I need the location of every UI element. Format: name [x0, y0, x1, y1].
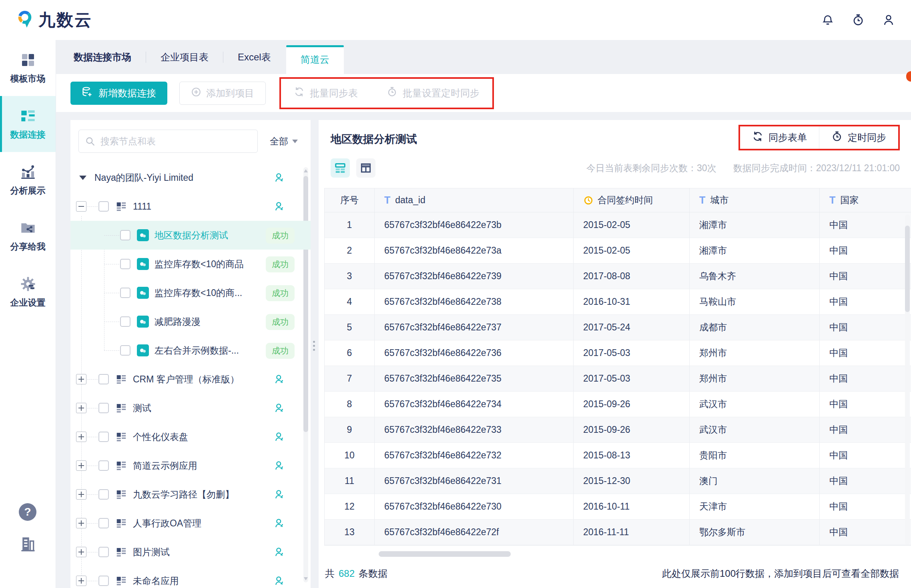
node-checkbox[interactable] — [98, 374, 109, 384]
horizontal-scrollbar-thumb[interactable] — [379, 551, 511, 557]
app-icon — [115, 373, 127, 385]
caret-down-icon[interactable] — [79, 176, 86, 180]
content-area: 全部 Naya的团队-Yiyi Limited — [56, 112, 911, 588]
tab-jiandaoyun[interactable]: 简道云 — [286, 45, 344, 74]
form-view-toggle[interactable] — [331, 158, 350, 178]
expand-plus-icon[interactable] — [76, 460, 86, 471]
expand-plus-icon[interactable] — [76, 489, 86, 500]
permission-key-icon[interactable] — [274, 201, 285, 212]
cell-index: 5 — [325, 315, 375, 340]
sidebar-label: 分析展示 — [10, 185, 46, 197]
permission-key-icon[interactable] — [274, 460, 285, 471]
tab-enterprise-project-table[interactable]: 企业项目表 — [157, 51, 212, 64]
add-to-project-button[interactable]: 添加到项目 — [179, 82, 266, 105]
scheduled-sync-button[interactable]: 定时同步 — [819, 126, 898, 149]
expand-plus-icon[interactable] — [76, 576, 86, 586]
tree-node-app[interactable]: 测试 — [70, 394, 311, 422]
tree-node-app[interactable]: 未命名应用 — [70, 566, 311, 588]
batch-sync-table-button[interactable]: 批量同步表 — [294, 86, 358, 100]
cell-country: 中国 — [820, 468, 911, 494]
table-view-toggle[interactable] — [356, 158, 375, 178]
organization-button[interactable] — [0, 535, 55, 554]
node-checkbox[interactable] — [98, 489, 109, 500]
node-checkbox[interactable] — [120, 259, 130, 269]
preview-limit-note: 此处仅展示前100行数据，添加到项目后可查看全部数据 — [662, 567, 899, 580]
tab-excel-table[interactable]: Excel表 — [235, 51, 274, 64]
table-row: 12 65767c3f32bf46e86422e730 2016-10-11 天… — [325, 494, 911, 520]
help-button[interactable]: ? — [0, 503, 55, 521]
permission-key-icon[interactable] — [274, 374, 285, 385]
app-icon — [115, 460, 127, 472]
permission-key-icon[interactable] — [274, 172, 285, 183]
tree-node-team[interactable]: Naya的团队-Yiyi Limited — [70, 163, 311, 192]
cell-country: 中国 — [820, 315, 911, 340]
brand-logo[interactable]: 九数云 — [16, 9, 92, 31]
node-checkbox[interactable] — [98, 460, 109, 471]
tree-node-app[interactable]: 人事行政OA管理 — [70, 509, 311, 538]
column-header-country[interactable]: T国家 — [820, 188, 911, 212]
node-checkbox[interactable] — [120, 345, 130, 356]
sidebar-item-enterprise-settings[interactable]: 企业设置 — [0, 264, 56, 320]
cell-city: 澳门 — [690, 468, 820, 494]
node-checkbox[interactable] — [120, 288, 130, 298]
tree-node-form[interactable]: 监控库存数<10的商品 成功 — [70, 250, 311, 278]
permission-key-icon[interactable] — [274, 431, 285, 442]
table-row: 5 65767c3f32bf46e86422e737 2017-05-24 成都… — [325, 315, 911, 340]
permission-key-icon[interactable] — [274, 546, 285, 558]
tree-node-form[interactable]: 左右合并示例数据-... 成功 — [70, 336, 311, 365]
table-row: 4 65767c3f32bf46e86422e738 2016-10-31 马鞍… — [325, 289, 911, 315]
collapse-minus-icon[interactable] — [76, 201, 86, 212]
column-header-city[interactable]: T城市 — [690, 188, 820, 212]
sync-form-button[interactable]: 同步表单 — [740, 126, 819, 149]
tree-node-form[interactable]: 减肥路漫漫 成功 — [70, 307, 311, 336]
new-data-connection-button[interactable]: 新增数据连接 — [70, 82, 167, 105]
column-header-data-id[interactable]: Tdata_id — [375, 188, 574, 212]
tree-node-app[interactable]: CRM 客户管理（标准版） — [70, 365, 311, 394]
column-header-contract-date[interactable]: 合同签约时间 — [574, 188, 690, 212]
node-checkbox[interactable] — [98, 432, 109, 442]
node-checkbox[interactable] — [98, 547, 109, 557]
sync-history-timer-icon[interactable] — [852, 14, 865, 26]
expand-plus-icon[interactable] — [76, 518, 86, 528]
expand-plus-icon[interactable] — [76, 432, 86, 442]
cell-index: 2 — [325, 238, 375, 263]
permission-key-icon[interactable] — [274, 489, 285, 500]
node-checkbox[interactable] — [98, 576, 109, 586]
permission-key-icon[interactable] — [274, 575, 285, 586]
search-input[interactable] — [78, 130, 258, 153]
cell-data-id: 65767c3f32bf46e86422e736 — [375, 340, 574, 366]
node-checkbox[interactable] — [98, 518, 109, 528]
node-checkbox[interactable] — [98, 201, 109, 212]
node-checkbox[interactable] — [98, 403, 109, 413]
tab-data-connection-market[interactable]: 数据连接市场 — [70, 51, 134, 64]
cell-country: 中国 — [820, 212, 911, 238]
vertical-scrollbar-thumb[interactable] — [905, 226, 910, 312]
tree-node-app[interactable]: 九数云学习路径【勿删】 — [70, 480, 311, 509]
permission-key-icon[interactable] — [274, 518, 285, 529]
user-account-icon[interactable] — [882, 14, 895, 26]
tree-node-app[interactable]: 个性化仪表盘 — [70, 422, 311, 451]
permission-key-icon[interactable] — [274, 402, 285, 414]
sidebar-item-shared-with-me[interactable]: 分享给我 — [0, 208, 56, 264]
expand-plus-icon[interactable] — [76, 403, 86, 413]
cell-city: 成都市 — [690, 315, 820, 340]
tree-node-app[interactable]: 图片测试 — [70, 538, 311, 566]
tree-node-form-selected[interactable]: 地区数据分析测试 成功 — [70, 221, 311, 250]
sidebar-item-analysis-display[interactable]: 分析展示 — [0, 152, 56, 208]
column-header-index[interactable]: 序号 — [325, 188, 375, 212]
expand-plus-icon[interactable] — [76, 547, 86, 557]
tree-node-form[interactable]: 监控库存数<10的商... 成功 — [70, 278, 311, 307]
node-checkbox[interactable] — [120, 230, 130, 240]
node-checkbox[interactable] — [120, 316, 130, 327]
panel-resize-handle[interactable] — [313, 341, 315, 351]
batch-schedule-sync-button[interactable]: 批量设置定时同步 — [387, 86, 480, 100]
tree-node-app-1111[interactable]: 1111 — [70, 192, 311, 221]
sidebar-item-template-market[interactable]: 模板市场 — [0, 40, 56, 96]
cell-city: 武汉市 — [690, 392, 820, 417]
plus-circle-icon — [191, 87, 201, 100]
sidebar-item-data-connection[interactable]: 数据连接 — [0, 96, 56, 152]
expand-plus-icon[interactable] — [76, 374, 86, 384]
filter-dropdown[interactable]: 全部 — [270, 135, 303, 148]
tree-node-app[interactable]: 简道云示例应用 — [70, 451, 311, 480]
notification-bell-icon[interactable] — [821, 14, 834, 26]
